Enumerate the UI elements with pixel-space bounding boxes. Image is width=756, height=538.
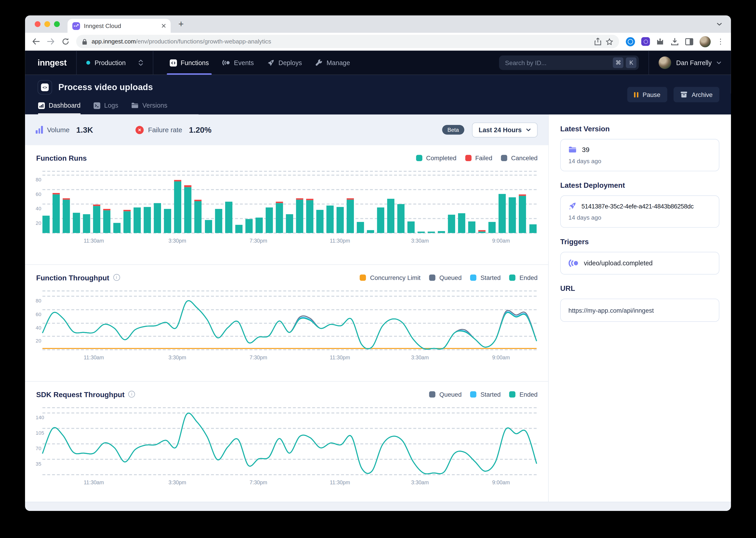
- run-bar[interactable]: [296, 198, 303, 233]
- run-bar[interactable]: [326, 205, 334, 233]
- info-icon[interactable]: i: [128, 391, 135, 398]
- run-bar[interactable]: [93, 205, 100, 233]
- latest-deployment-card[interactable]: 5141387e-35c2-4efe-a421-4843b86258dc 14 …: [560, 195, 719, 228]
- run-bar[interactable]: [397, 204, 404, 233]
- run-bar[interactable]: [184, 185, 192, 233]
- series-queued: [42, 413, 537, 474]
- run-bar[interactable]: [306, 199, 313, 233]
- run-bar[interactable]: [479, 230, 486, 233]
- run-bar[interactable]: [448, 215, 455, 233]
- run-bar[interactable]: [377, 208, 384, 233]
- run-bar[interactable]: [83, 214, 90, 233]
- run-bar[interactable]: [367, 230, 374, 233]
- logs-icon: [93, 102, 100, 109]
- run-bar[interactable]: [235, 225, 242, 233]
- puzzle-extensions-icon[interactable]: [656, 37, 664, 45]
- tab-search-chevron-icon[interactable]: [716, 22, 722, 26]
- nav-item-functions[interactable]: Functions: [163, 51, 215, 75]
- pause-button[interactable]: Pause: [627, 87, 667, 102]
- nav-item-deploys[interactable]: Deploys: [260, 51, 309, 75]
- run-bar[interactable]: [134, 208, 141, 233]
- environment-selector[interactable]: Production: [86, 51, 143, 75]
- sidebar-toggle-icon[interactable]: [685, 38, 693, 45]
- info-icon[interactable]: i: [113, 274, 120, 281]
- x-axis-label: 3:30am: [411, 479, 429, 485]
- run-bar[interactable]: [418, 232, 425, 233]
- run-bar[interactable]: [357, 222, 364, 233]
- run-bar[interactable]: [42, 216, 50, 233]
- run-bar[interactable]: [499, 194, 506, 233]
- tab-dashboard[interactable]: Dashboard: [38, 96, 80, 114]
- new-tab-button[interactable]: +: [178, 19, 184, 29]
- run-bar[interactable]: [458, 213, 466, 233]
- run-bar[interactable]: [519, 194, 526, 233]
- versions-folder-icon: [131, 102, 138, 109]
- tab-versions[interactable]: Versions: [131, 96, 167, 114]
- run-bar[interactable]: [144, 207, 151, 233]
- run-bar[interactable]: [256, 218, 263, 233]
- run-bar[interactable]: [276, 202, 283, 233]
- events-icon: [222, 59, 230, 66]
- run-bar[interactable]: [387, 199, 394, 233]
- run-bar[interactable]: [245, 219, 253, 233]
- window-controls[interactable]: [35, 21, 60, 27]
- run-bar[interactable]: [194, 199, 202, 233]
- run-bar[interactable]: [123, 210, 131, 233]
- run-bar[interactable]: [438, 231, 445, 233]
- run-bar[interactable]: [174, 180, 181, 233]
- search-input[interactable]: Search by ID... ⌘ K: [499, 56, 639, 70]
- forward-icon[interactable]: [47, 37, 55, 45]
- run-bar[interactable]: [336, 207, 344, 233]
- run-bar[interactable]: [407, 221, 415, 233]
- run-bar[interactable]: [225, 202, 232, 233]
- browser-menu-icon[interactable]: ⋮: [717, 37, 724, 46]
- pause-icon: [634, 92, 638, 97]
- latest-version-card[interactable]: 39 14 days ago: [560, 139, 719, 171]
- run-bar[interactable]: [347, 198, 354, 233]
- downloads-icon[interactable]: [671, 37, 679, 45]
- reload-icon[interactable]: [62, 37, 70, 45]
- url-card[interactable]: https://my-app.com/api/inngest: [560, 298, 719, 322]
- close-window-button[interactable]: [35, 21, 40, 27]
- nav-item-events[interactable]: Events: [215, 51, 260, 75]
- trigger-card[interactable]: video/upload.completed: [560, 252, 719, 275]
- run-bar[interactable]: [164, 209, 171, 233]
- password-manager-icon[interactable]: [626, 37, 635, 46]
- share-icon[interactable]: [594, 37, 601, 45]
- user-name: Dan Farrelly: [676, 59, 712, 67]
- archive-button[interactable]: Archive: [674, 87, 719, 102]
- time-range-select[interactable]: Last 24 Hours: [472, 122, 538, 137]
- tab-logs[interactable]: Logs: [93, 96, 118, 114]
- run-bar[interactable]: [509, 197, 516, 233]
- maximize-window-button[interactable]: [54, 21, 60, 27]
- triggers-heading: Triggers: [560, 238, 719, 245]
- run-bar[interactable]: [468, 221, 476, 233]
- run-bar[interactable]: [63, 198, 70, 233]
- run-bar[interactable]: [489, 222, 496, 233]
- user-menu[interactable]: Dan Farrelly: [649, 51, 721, 75]
- run-bar[interactable]: [73, 213, 80, 233]
- nav-item-manage[interactable]: Manage: [308, 51, 357, 75]
- browser-profile-avatar[interactable]: [700, 36, 711, 47]
- run-bar[interactable]: [53, 193, 60, 233]
- run-bar[interactable]: [316, 210, 323, 233]
- address-bar[interactable]: app.inngest.com/env/production/functions…: [76, 35, 619, 48]
- run-bar[interactable]: [154, 203, 161, 233]
- close-tab-icon[interactable]: [162, 24, 166, 28]
- browser-tab[interactable]: Inngest Cloud: [68, 19, 171, 33]
- back-icon[interactable]: [32, 37, 40, 45]
- run-bar[interactable]: [286, 214, 293, 233]
- run-bar[interactable]: [114, 223, 121, 233]
- bookmark-star-icon[interactable]: [606, 38, 613, 45]
- latest-version-ago: 14 days ago: [568, 158, 711, 165]
- minimize-window-button[interactable]: [44, 21, 50, 27]
- inngest-logo[interactable]: inngest: [37, 58, 67, 68]
- run-bar[interactable]: [205, 220, 212, 233]
- run-bar[interactable]: [265, 208, 273, 233]
- run-bar[interactable]: [215, 209, 222, 233]
- run-bar[interactable]: [428, 232, 435, 233]
- run-bar[interactable]: [529, 224, 537, 233]
- run-bar[interactable]: [103, 209, 111, 233]
- extension-app-icon[interactable]: [641, 37, 650, 46]
- legend-swatch: [509, 391, 516, 397]
